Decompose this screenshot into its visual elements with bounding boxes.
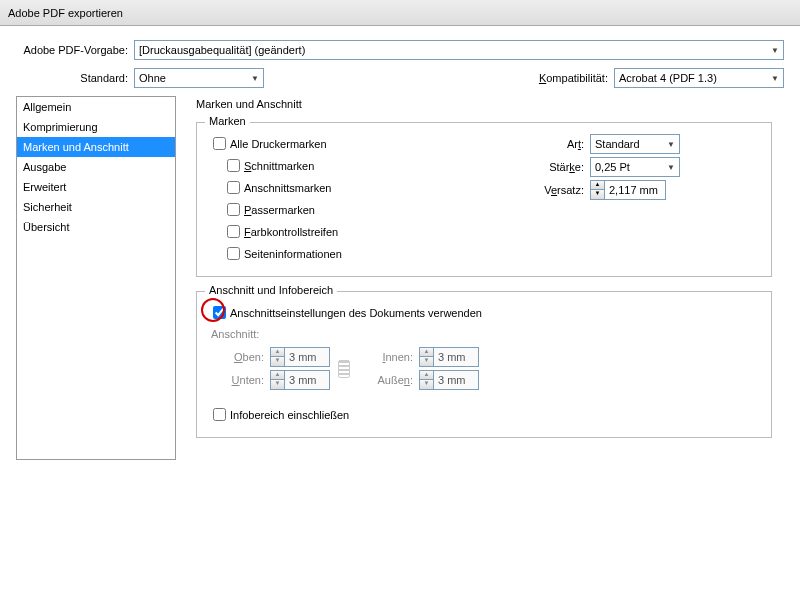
spin-up-icon[interactable]: ▲ [591, 181, 605, 190]
use-doc-bleed-checkbox[interactable]: Anschnittseinstellungen des Dokuments ve… [209, 303, 759, 322]
chevron-down-icon: ▼ [771, 74, 779, 83]
section-heading: Marken und Anschnitt [196, 98, 772, 110]
preset-row: Adobe PDF-Vorgabe: [Druckausgabequalität… [16, 40, 784, 60]
oben-spinner: ▲▼ [270, 347, 330, 367]
sidebar-item-komprimierung[interactable]: Komprimierung [17, 117, 175, 137]
main-panel: Marken und Anschnitt Marken Alle Drucker… [176, 96, 784, 460]
standard-dropdown[interactable]: Ohne ▼ [134, 68, 264, 88]
schnittmarken-checkbox[interactable]: Schnittmarken [223, 156, 529, 175]
checkbox-input[interactable] [213, 137, 226, 150]
all-marks-checkbox[interactable]: Alle Druckermarken [209, 134, 529, 153]
staerke-label: Stärke: [529, 161, 584, 173]
sidebar-item-sicherheit[interactable]: Sicherheit [17, 197, 175, 217]
window-title: Adobe PDF exportieren [8, 7, 123, 19]
versatz-input[interactable] [605, 181, 665, 199]
seiteninfo-checkbox[interactable]: Seiteninformationen [223, 244, 529, 263]
dialog-content: Adobe PDF-Vorgabe: [Druckausgabequalität… [0, 26, 800, 460]
spin-down-icon[interactable]: ▼ [591, 190, 605, 199]
standard-value: Ohne [139, 72, 166, 84]
anschnitt-label: Anschnitt: [211, 328, 759, 340]
staerke-dropdown[interactable]: 0,25 Pt ▼ [590, 157, 680, 177]
versatz-label: Versatz: [529, 184, 584, 196]
innen-spinner: ▲▼ [419, 347, 479, 367]
chevron-down-icon: ▼ [251, 74, 259, 83]
standard-label: Standard: [16, 72, 134, 84]
sidebar-item-marken-und-anschnitt[interactable]: Marken und Anschnitt [17, 137, 175, 157]
unten-spinner: ▲▼ [270, 370, 330, 390]
sidebar-item-ausgabe[interactable]: Ausgabe [17, 157, 175, 177]
anschnittsmarken-checkbox[interactable]: Anschnittsmarken [223, 178, 529, 197]
marks-legend: Marken [205, 115, 250, 127]
link-icon [338, 360, 350, 378]
versatz-spinner[interactable]: ▲▼ [590, 180, 666, 200]
bleed-legend: Anschnitt und Infobereich [205, 284, 337, 296]
sidebar-item-erweitert[interactable]: Erweitert [17, 177, 175, 197]
aussen-spinner: ▲▼ [419, 370, 479, 390]
category-sidebar: AllgemeinKomprimierungMarken und Anschni… [16, 96, 176, 460]
art-label: Art: [529, 138, 584, 150]
checkbox-input[interactable] [213, 306, 226, 319]
bleed-group: Anschnitt und Infobereich Anschnittseins… [196, 291, 772, 438]
farbkontroll-checkbox[interactable]: Farbkontrollstreifen [223, 222, 529, 241]
aussen-label: Außen: [358, 374, 413, 386]
titlebar: Adobe PDF exportieren [0, 0, 800, 26]
art-dropdown[interactable]: Standard ▼ [590, 134, 680, 154]
standard-compat-row: Standard: Ohne ▼ Kompatibilität: Acrobat… [16, 68, 784, 88]
sidebar-item-allgemein[interactable]: Allgemein [17, 97, 175, 117]
preset-label: Adobe PDF-Vorgabe: [16, 44, 134, 56]
compat-value: Acrobat 4 (PDF 1.3) [619, 72, 717, 84]
marks-group: Marken Alle Druckermarken Schnittmarken … [196, 122, 772, 277]
chevron-down-icon: ▼ [667, 140, 675, 149]
sidebar-item-übersicht[interactable]: Übersicht [17, 217, 175, 237]
compat-label: Kompatibilität: [539, 72, 614, 84]
innen-label: Innen: [358, 351, 413, 363]
preset-dropdown[interactable]: [Druckausgabequalität] (geändert) ▼ [134, 40, 784, 60]
oben-label: Oben: [209, 351, 264, 363]
chevron-down-icon: ▼ [771, 46, 779, 55]
passermarken-checkbox[interactable]: Passermarken [223, 200, 529, 219]
preset-value: [Druckausgabequalität] (geändert) [139, 44, 305, 56]
unten-label: Unten: [209, 374, 264, 386]
infobereich-checkbox[interactable]: Infobereich einschließen [209, 405, 759, 424]
compat-dropdown[interactable]: Acrobat 4 (PDF 1.3) ▼ [614, 68, 784, 88]
chevron-down-icon: ▼ [667, 163, 675, 172]
